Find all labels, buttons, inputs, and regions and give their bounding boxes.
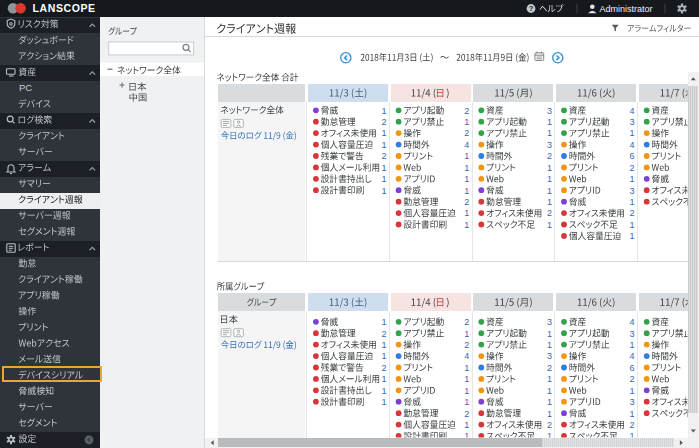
svg-text:1: 1 <box>547 409 552 419</box>
svg-text:1: 1 <box>381 106 386 116</box>
svg-text:2: 2 <box>464 197 469 207</box>
svg-text:3: 3 <box>547 351 552 361</box>
svg-text:4: 4 <box>630 351 635 361</box>
svg-text:2: 2 <box>547 363 552 373</box>
svg-text:2: 2 <box>547 151 552 161</box>
svg-text:1: 1 <box>547 197 552 207</box>
svg-text:1: 1 <box>547 186 552 196</box>
svg-text:1: 1 <box>547 397 552 407</box>
svg-text:1: 1 <box>381 317 386 327</box>
svg-text:2: 2 <box>630 163 635 173</box>
svg-text:2: 2 <box>381 151 386 161</box>
svg-text:1: 1 <box>630 197 635 207</box>
svg-text:1: 1 <box>630 128 635 138</box>
svg-text:1: 1 <box>381 351 386 361</box>
svg-text:1: 1 <box>547 329 552 339</box>
svg-text:6: 6 <box>630 363 635 373</box>
svg-text:1: 1 <box>464 163 469 173</box>
svg-text:2: 2 <box>381 329 386 339</box>
svg-text:1: 1 <box>630 431 635 441</box>
svg-text:1: 1 <box>547 374 552 384</box>
svg-text:PC: PC <box>19 82 32 93</box>
svg-text:2: 2 <box>381 363 386 373</box>
svg-text:1: 1 <box>381 128 386 138</box>
svg-text:1: 1 <box>381 374 386 384</box>
svg-text:1: 1 <box>547 431 552 441</box>
svg-text:1: 1 <box>547 128 552 138</box>
svg-text:1: 1 <box>381 174 386 184</box>
svg-text:1: 1 <box>381 397 386 407</box>
svg-text:1: 1 <box>464 374 469 384</box>
svg-text:4: 4 <box>630 140 635 150</box>
svg-text:1: 1 <box>464 397 469 407</box>
svg-text:2: 2 <box>630 208 635 218</box>
svg-text:1: 1 <box>464 386 469 396</box>
svg-text:4: 4 <box>630 317 635 327</box>
svg-text:1: 1 <box>381 163 386 173</box>
svg-text:4: 4 <box>464 140 469 150</box>
svg-text:?: ? <box>529 4 534 13</box>
svg-text:1: 1 <box>630 340 635 350</box>
svg-text:1: 1 <box>547 220 552 230</box>
svg-text:3: 3 <box>630 397 635 407</box>
svg-text:1: 1 <box>464 208 469 218</box>
svg-text:1: 1 <box>464 420 469 430</box>
svg-text:1: 1 <box>464 363 469 373</box>
svg-text:1: 1 <box>630 409 635 419</box>
svg-text:1: 1 <box>381 386 386 396</box>
svg-text:2: 2 <box>381 117 386 127</box>
svg-text:3: 3 <box>547 140 552 150</box>
svg-text:2: 2 <box>464 409 469 419</box>
svg-text:1: 1 <box>547 174 552 184</box>
svg-text:2: 2 <box>464 128 469 138</box>
svg-text:2: 2 <box>547 420 552 430</box>
svg-text:1: 1 <box>547 340 552 350</box>
svg-text:1: 1 <box>547 117 552 127</box>
svg-text:1: 1 <box>464 329 469 339</box>
svg-text:3: 3 <box>547 317 552 327</box>
svg-text:1: 1 <box>464 117 469 127</box>
svg-text:2: 2 <box>464 340 469 350</box>
svg-text:1: 1 <box>630 220 635 230</box>
svg-text:2: 2 <box>547 208 552 218</box>
svg-text:2: 2 <box>464 317 469 327</box>
svg-text:LANSCOPE: LANSCOPE <box>33 2 96 14</box>
svg-text:3: 3 <box>630 186 635 196</box>
svg-text:4: 4 <box>630 106 635 116</box>
svg-text:1: 1 <box>464 186 469 196</box>
svg-text:Administrator: Administrator <box>600 4 653 14</box>
svg-text:6: 6 <box>630 151 635 161</box>
svg-text:1: 1 <box>547 386 552 396</box>
svg-text:1: 1 <box>630 174 635 184</box>
svg-text:1: 1 <box>381 140 386 150</box>
svg-text:2: 2 <box>630 420 635 430</box>
svg-text:1: 1 <box>464 220 469 230</box>
svg-text:2: 2 <box>630 374 635 384</box>
svg-text:1: 1 <box>547 163 552 173</box>
svg-text:3: 3 <box>630 329 635 339</box>
svg-text:1: 1 <box>464 431 469 441</box>
svg-text:1: 1 <box>630 231 635 241</box>
svg-text:1: 1 <box>464 174 469 184</box>
svg-text:1: 1 <box>464 151 469 161</box>
svg-text:1: 1 <box>630 386 635 396</box>
svg-text:1: 1 <box>381 186 386 196</box>
svg-text:1: 1 <box>381 340 386 350</box>
svg-text:2: 2 <box>464 106 469 116</box>
svg-text:3: 3 <box>547 106 552 116</box>
svg-text:3: 3 <box>630 117 635 127</box>
svg-text:4: 4 <box>464 351 469 361</box>
